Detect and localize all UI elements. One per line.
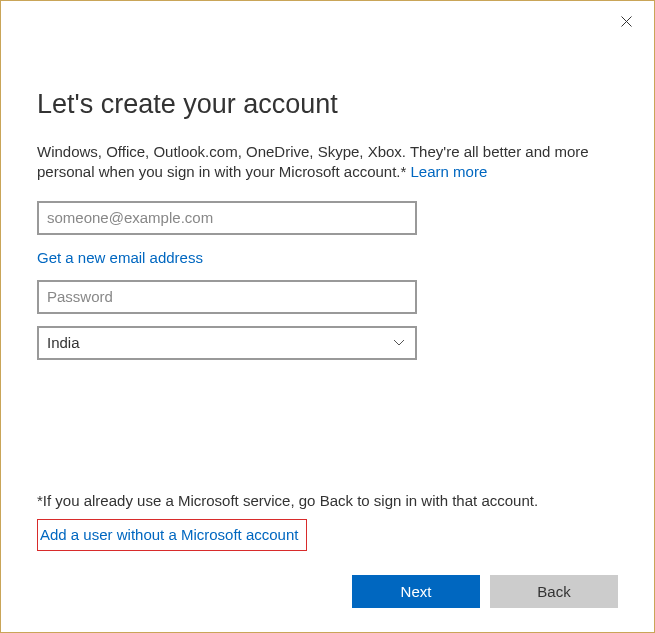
intro-paragraph: Windows, Office, Outlook.com, OneDrive, … bbox=[37, 142, 618, 183]
footer-area: *If you already use a Microsoft service,… bbox=[37, 492, 618, 608]
intro-text: Windows, Office, Outlook.com, OneDrive, … bbox=[37, 143, 589, 180]
page-title: Let's create your account bbox=[37, 89, 618, 120]
dialog-content: Let's create your account Windows, Offic… bbox=[1, 1, 654, 360]
next-button[interactable]: Next bbox=[352, 575, 480, 608]
add-user-without-account-link[interactable]: Add a user without a Microsoft account bbox=[40, 526, 298, 543]
chevron-down-icon bbox=[391, 335, 407, 351]
add-user-highlight: Add a user without a Microsoft account bbox=[37, 519, 307, 551]
password-input[interactable] bbox=[37, 280, 417, 314]
close-button[interactable] bbox=[608, 7, 644, 37]
footnote-text: *If you already use a Microsoft service,… bbox=[37, 492, 618, 509]
country-selected-value: India bbox=[47, 334, 80, 351]
get-new-email-link[interactable]: Get a new email address bbox=[37, 249, 203, 266]
email-input[interactable] bbox=[37, 201, 417, 235]
back-button[interactable]: Back bbox=[490, 575, 618, 608]
learn-more-link[interactable]: Learn more bbox=[411, 163, 488, 180]
close-icon bbox=[621, 14, 632, 30]
button-row: Next Back bbox=[37, 575, 618, 608]
country-select[interactable]: India bbox=[37, 326, 417, 360]
